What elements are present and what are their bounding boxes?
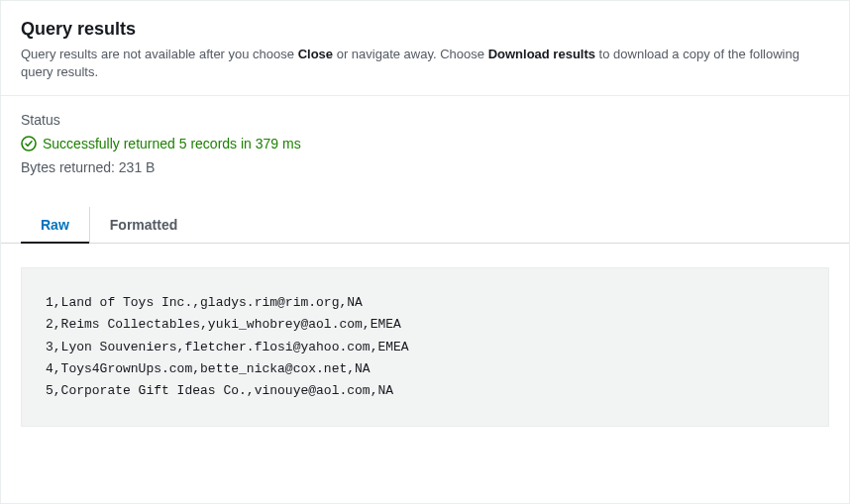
download-word: Download results <box>488 47 595 61</box>
panel-subtitle: Query results are not available after yo… <box>21 46 829 81</box>
panel-header: Query results Query results are not avai… <box>1 1 849 96</box>
tab-formatted[interactable]: Formatted <box>90 207 197 243</box>
subtitle-prefix: Query results are not available after yo… <box>21 47 298 61</box>
bytes-returned-text: Bytes returned: 231 B <box>21 159 829 175</box>
close-word: Close <box>298 47 333 61</box>
result-row: 4,Toys4GrownUps.com,bette_nicka@cox.net,… <box>46 361 371 376</box>
results-area: 1,Land of Toys Inc.,gladys.rim@rim.org,N… <box>1 244 849 450</box>
status-success-text: Successfully returned 5 records in 379 m… <box>43 136 301 151</box>
page-title: Query results <box>21 19 829 40</box>
query-results-panel: Query results Query results are not avai… <box>0 0 850 504</box>
tab-raw[interactable]: Raw <box>21 207 90 243</box>
subtitle-mid: or navigate away. Choose <box>333 47 488 61</box>
success-check-icon <box>21 136 37 151</box>
result-row: 1,Land of Toys Inc.,gladys.rim@rim.org,N… <box>46 295 363 310</box>
raw-results-box: 1,Land of Toys Inc.,gladys.rim@rim.org,N… <box>21 267 829 426</box>
status-row: Successfully returned 5 records in 379 m… <box>21 136 829 151</box>
result-row: 5,Corporate Gift Ideas Co.,vinouye@aol.c… <box>46 383 393 398</box>
result-row: 3,Lyon Souveniers,fletcher.flosi@yahoo.c… <box>46 340 409 354</box>
tabs-bar: Raw Formatted <box>1 207 849 244</box>
status-section: Status Successfully returned 5 records i… <box>1 96 849 183</box>
result-row: 2,Reims Collectables,yuki_whobrey@aol.co… <box>46 317 401 332</box>
status-label: Status <box>21 112 829 128</box>
